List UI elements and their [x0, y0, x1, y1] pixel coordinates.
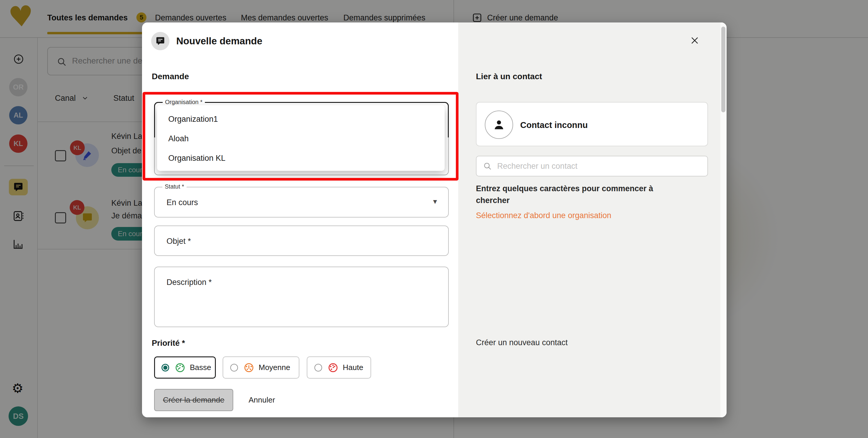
new-request-modal: Nouvelle demande Demande Organisation * …: [142, 23, 726, 417]
app-root: ♥ Toutes les demandes 5 Demandes ouverte…: [0, 0, 868, 438]
radio-unselected: [230, 364, 238, 372]
objet-field-label: Objet *: [166, 237, 191, 246]
contact-search-input[interactable]: [497, 162, 675, 171]
submit-create-request-button[interactable]: Créer la demande: [154, 389, 233, 411]
objet-input-field[interactable]: Objet *: [154, 226, 449, 256]
close-icon: [690, 35, 700, 46]
modal-scrollbar-thumb[interactable]: [721, 27, 725, 112]
gauge-mid-icon: [243, 362, 254, 373]
section-demande: Demande: [152, 72, 189, 81]
radio-unselected: [314, 364, 322, 372]
radio-selected: [161, 364, 169, 372]
organisation-field-label: Organisation *: [163, 99, 205, 106]
search-icon: [483, 162, 492, 171]
priority-option-basse[interactable]: Basse: [154, 356, 216, 379]
organisation-options-menu: Organization1 Aloah Organisation KL: [157, 105, 445, 171]
statut-value: En cours: [166, 198, 198, 207]
gauge-low-icon: [175, 362, 186, 373]
menu-option-organisation-kl[interactable]: Organisation KL: [157, 148, 445, 168]
gauge-high-icon: [328, 362, 339, 373]
menu-option-aloah[interactable]: Aloah: [157, 129, 445, 148]
select-caret-icon: ▼: [433, 199, 437, 204]
description-textarea-field[interactable]: Description *: [154, 267, 449, 327]
menu-option-organization1[interactable]: Organization1: [157, 109, 445, 129]
modal-title: Nouvelle demande: [176, 35, 262, 47]
priorite-label: Priorité *: [152, 339, 185, 348]
contact-panel-heading: Lier à un contact: [476, 72, 542, 81]
chat-bubble-icon: [156, 36, 165, 46]
contact-search-hint: Entrez quelques caractères pour commence…: [476, 183, 671, 206]
create-new-contact-link[interactable]: Créer un nouveau contact: [476, 338, 568, 347]
person-icon: [492, 118, 506, 132]
unknown-contact-label: Contact inconnu: [520, 120, 588, 130]
contact-search-field[interactable]: [476, 156, 708, 176]
contact-avatar-circle: [485, 111, 513, 139]
close-modal-button[interactable]: [690, 35, 700, 46]
cancel-button[interactable]: Annuler: [249, 389, 275, 411]
description-field-label: Description *: [166, 278, 212, 287]
unknown-contact-card: Contact inconnu: [476, 102, 708, 146]
statut-field-label: Statut *: [162, 183, 187, 190]
select-organisation-warning: Sélectionnez d'abord une organisation: [476, 211, 612, 220]
priority-option-moyenne[interactable]: Moyenne: [223, 356, 299, 379]
priority-option-haute[interactable]: Haute: [307, 356, 371, 379]
statut-select-field[interactable]: Statut * En cours ▼: [154, 187, 449, 217]
modal-title-icon-circle: [151, 32, 169, 50]
